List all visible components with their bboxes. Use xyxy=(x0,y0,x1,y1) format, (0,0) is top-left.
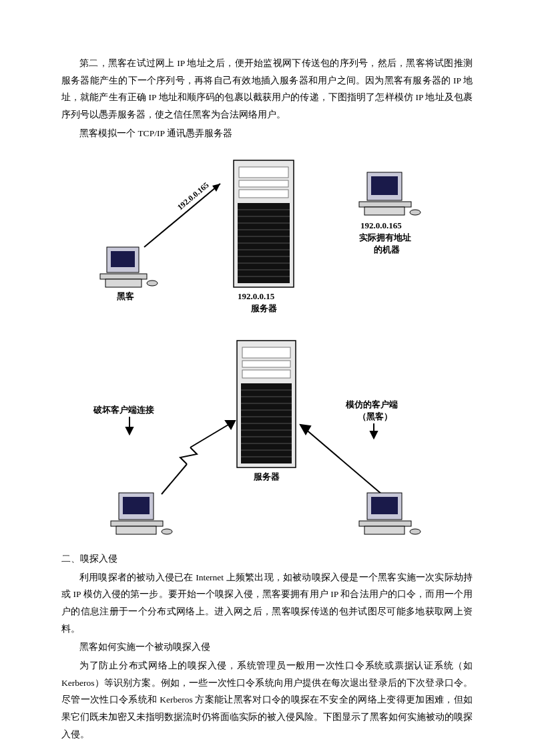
real-ip-label: 192.0.0.165 xyxy=(360,220,402,230)
svg-rect-31 xyxy=(242,370,290,378)
diagram-tcpip-spoof: 黑客 192.0.0.165 xyxy=(80,147,454,321)
section-2-p3: 为了防止分布式网络上的嗅探入侵，系统管理员一般用一次性口令系统或票据认证系统（如… xyxy=(61,657,473,743)
server-icon xyxy=(234,160,294,287)
svg-rect-54 xyxy=(123,497,150,514)
server-label: 服务器 xyxy=(250,303,277,313)
broken-client-label: 破坏客户端连接 xyxy=(93,405,154,415)
fake-client-arrow xyxy=(300,423,382,494)
diagram-hijack: 服务器 破坏客户端连接 模仿的客户端 （黑客） xyxy=(80,334,454,548)
svg-point-62 xyxy=(410,529,421,534)
svg-marker-52 xyxy=(370,431,377,438)
svg-line-5 xyxy=(144,184,220,247)
svg-rect-3 xyxy=(105,279,142,287)
svg-rect-1 xyxy=(111,251,135,267)
hacker-computer-icon xyxy=(100,247,158,287)
svg-rect-30 xyxy=(242,361,290,367)
client-left-icon xyxy=(111,493,172,534)
fake-client-label-1: 模仿的客户端 xyxy=(345,399,398,409)
svg-point-57 xyxy=(162,529,172,534)
real-computer-icon xyxy=(359,172,421,215)
svg-rect-10 xyxy=(239,190,288,198)
svg-rect-25 xyxy=(359,202,411,207)
intro-paragraph-2: 黑客模拟一个 TCP/IP 通讯愚弄服务器 xyxy=(61,125,473,142)
svg-rect-29 xyxy=(242,347,290,358)
svg-line-44 xyxy=(162,464,187,494)
svg-rect-26 xyxy=(364,207,405,215)
svg-point-27 xyxy=(410,210,421,215)
svg-rect-24 xyxy=(371,176,398,195)
svg-rect-2 xyxy=(100,274,147,279)
document-page: 第二，黑客在试过网上 IP 地址之后，便开始监视网下传送包的序列号，然后，黑客将… xyxy=(0,0,534,756)
svg-point-4 xyxy=(147,280,158,286)
broken-connection-arrow xyxy=(126,417,235,494)
section-2-p1: 利用嗅探者的被动入侵已在 Internet 上频繁出现，如被动嗅探入侵是一个黑客… xyxy=(61,569,473,638)
svg-rect-8 xyxy=(239,167,288,178)
svg-rect-56 xyxy=(116,526,156,534)
hacker-label: 黑客 xyxy=(116,291,134,301)
server-ip-label: 192.0.0.15 xyxy=(238,291,275,301)
section-2-heading: 二、嗅探入侵 xyxy=(61,550,473,568)
svg-rect-9 xyxy=(239,180,288,187)
svg-rect-60 xyxy=(359,521,411,526)
server-icon-2 xyxy=(237,341,296,467)
real-label-2: 的机器 xyxy=(374,244,400,254)
real-label-1: 实际拥有地址 xyxy=(359,232,411,242)
svg-rect-55 xyxy=(111,521,163,526)
svg-marker-6 xyxy=(212,184,220,192)
server-label-2: 服务器 xyxy=(253,471,280,482)
svg-rect-59 xyxy=(371,497,398,514)
svg-marker-48 xyxy=(126,427,133,434)
svg-line-49 xyxy=(300,425,382,494)
section-2-p2: 黑客如何实施一个被动嗅探入侵 xyxy=(61,638,473,656)
spoof-arrow: 192.0.0.165 xyxy=(144,180,220,247)
intro-paragraph-1: 第二，黑客在试过网上 IP 地址之后，便开始监视网下传送包的序列号，然后，黑客将… xyxy=(61,55,473,124)
svg-rect-61 xyxy=(364,526,405,534)
fake-client-label-2: （黑客） xyxy=(358,411,392,421)
client-right-icon xyxy=(359,493,421,534)
